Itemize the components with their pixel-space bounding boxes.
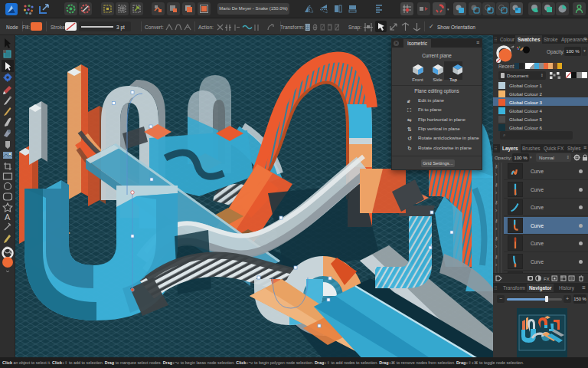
svg-text:FX: FX [544,277,550,281]
svg-text:A: A [5,212,11,222]
